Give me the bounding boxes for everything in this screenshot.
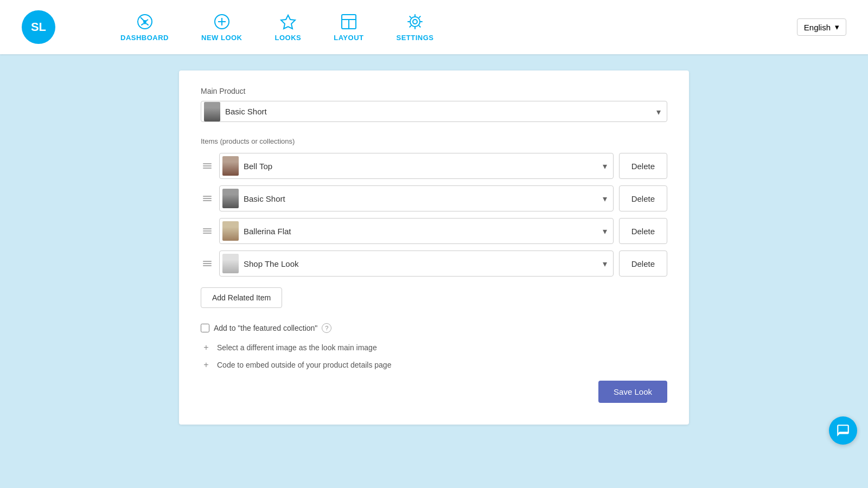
svg-point-1 [144,21,146,23]
item-select-wrapper: Ballerina Flat ▾ [219,218,614,244]
main-product-label: Main Product [201,87,667,95]
delete-button-basic-short[interactable]: Delete [619,185,667,211]
delete-button-bell-top[interactable]: Delete [619,153,667,179]
chat-icon [836,423,850,438]
svg-point-10 [410,17,420,27]
nav-looks-label: LOOKS [275,34,302,42]
main-product-thumb [204,102,220,121]
drag-handle[interactable] [201,226,214,236]
svg-marker-5 [281,15,295,29]
item-select-wrapper: Basic Short ▾ [219,185,614,211]
related-items-list: Bell Top ▾ Delete Basic Short [201,153,667,277]
item-thumb-shop-the-look [222,254,239,273]
item-row: Basic Short ▾ Delete [201,185,667,211]
nav-dashboard-label: DASHBOARD [120,34,169,42]
item-select-basic-short[interactable]: Basic Short [219,185,614,211]
main-product-select[interactable]: Basic Short [201,101,667,122]
save-look-button[interactable]: Save Look [598,381,667,403]
nav-looks[interactable]: LOOKS [275,13,302,42]
help-icon[interactable]: ? [322,323,331,333]
different-image-label: Select a different image as the look mai… [217,343,377,352]
item-row: Bell Top ▾ Delete [201,153,667,179]
svg-point-9 [413,20,417,24]
footer-row: Save Look [201,381,667,403]
main-product-wrapper: Basic Short ▾ [201,101,667,122]
item-thumb-ballerina-flat [222,221,239,241]
embed-code-row[interactable]: + Code to embed outside of your product … [201,360,667,370]
item-select-bell-top[interactable]: Bell Top [219,153,614,179]
delete-button-shop-the-look[interactable]: Delete [619,251,667,277]
embed-code-label: Code to embed outside of your product de… [217,361,391,369]
item-select-wrapper: Bell Top ▾ [219,153,614,179]
chevron-down-icon: ▾ [835,22,839,32]
drag-handle[interactable] [201,194,214,203]
item-thumb-bell-top [222,156,239,176]
nav-settings-label: SETTINGS [396,34,433,42]
nav-layout[interactable]: LAYOUT [334,13,363,42]
nav-layout-label: LAYOUT [334,34,363,42]
item-select-ballerina-flat[interactable]: Ballerina Flat [219,218,614,244]
item-row: Ballerina Flat ▾ Delete [201,218,667,244]
item-row: Shop The Look ▾ Delete [201,251,667,277]
add-related-item-button[interactable]: Add Related Item [201,287,282,308]
item-thumb-basic-short [222,189,239,208]
logo-text: SL [31,20,46,34]
chat-bubble-button[interactable] [829,416,857,445]
item-select-wrapper: Shop The Look ▾ [219,251,614,277]
form-card: Main Product Basic Short ▾ Items (produc… [179,70,689,425]
featured-collection-label: Add to "the featured collection" [214,324,317,332]
header: SL DASHBOARD NEW LOOK LOOKS [0,0,868,54]
main-nav: DASHBOARD NEW LOOK LOOKS LAYOUT [120,13,797,42]
drag-handle[interactable] [201,259,214,268]
nav-settings[interactable]: SETTINGS [396,13,433,42]
nav-dashboard[interactable]: DASHBOARD [120,13,169,42]
delete-button-ballerina-flat[interactable]: Delete [619,218,667,244]
language-label: English [804,23,831,32]
language-selector[interactable]: English ▾ [797,18,846,36]
drag-handle[interactable] [201,161,214,171]
featured-collection-row: Add to "the featured collection" ? [201,323,667,333]
items-label: Items (products or collections) [201,137,667,145]
plus-icon: + [201,360,212,370]
featured-collection-checkbox[interactable] [201,324,209,332]
item-select-shop-the-look[interactable]: Shop The Look [219,251,614,277]
plus-icon: + [201,343,212,352]
main-content: Main Product Basic Short ▾ Items (produc… [0,54,868,441]
nav-new-look[interactable]: NEW LOOK [201,13,242,42]
nav-new-look-label: NEW LOOK [201,34,242,42]
logo[interactable]: SL [22,10,55,44]
different-image-row[interactable]: + Select a different image as the look m… [201,343,667,352]
